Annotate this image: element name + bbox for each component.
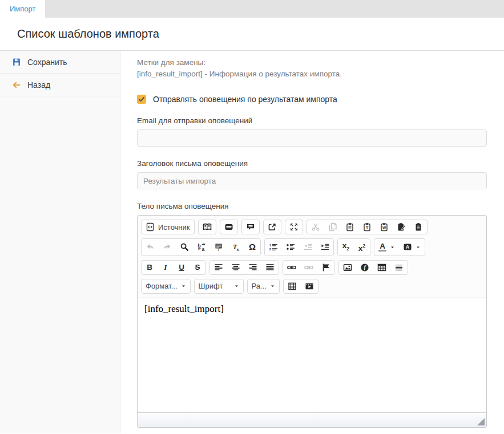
size-dropdown[interactable]: Ра... [248,279,279,293]
video-button[interactable] [301,279,318,293]
align-left-icon [214,263,223,272]
subscript-button[interactable]: x2 [338,239,354,255]
font-dropdown-label: Шрифт [199,282,223,290]
table-icon [377,263,386,272]
editor-content-area[interactable]: [info_result_import] [138,298,486,412]
video-icon [305,282,314,291]
align-center-button[interactable] [227,261,244,274]
sidebar-item-back[interactable]: Назад [0,74,120,96]
hr-icon [394,263,404,272]
bold-button[interactable]: B [142,261,158,274]
copy-icon [328,222,337,232]
replace-tags-hint-line: [info_result_import] - Информация о резу… [137,68,487,80]
email-input[interactable] [137,129,487,147]
subject-input[interactable] [137,172,487,189]
superscript-button[interactable]: x2 [354,239,370,255]
font-dropdown[interactable]: Шрифт [195,279,243,293]
undo-button[interactable] [142,239,159,255]
outdent-button[interactable] [299,239,316,255]
replace-icon: ba [197,242,206,252]
strikethrough-button[interactable]: S [189,261,205,274]
hr-button[interactable] [390,261,408,274]
format-dropdown[interactable]: Формат... [142,279,190,293]
toolbar-group [283,279,318,294]
table-button[interactable] [373,261,390,274]
paste-word-button[interactable]: W [376,220,393,234]
tab-import[interactable]: Импорт [0,0,45,18]
svg-text:x: x [237,248,239,252]
page-title: Список шаблонов импорта [17,27,159,40]
remove-format-icon: Tx [231,242,240,252]
toolbar-group [263,220,281,234]
superscript-icon: x2 [358,241,366,253]
sidebar-item-save[interactable]: Сохранить [0,51,120,74]
svg-text:W: W [382,226,386,230]
templates-button[interactable] [199,220,216,234]
bold-icon: B [146,263,154,272]
save-icon [12,58,21,67]
special-char-button[interactable]: Ω [244,239,260,255]
unordered-list-icon [286,242,295,252]
paste-text-button[interactable]: T [358,220,376,234]
align-left-button[interactable] [210,261,227,274]
svg-text:A: A [406,245,410,250]
find-button[interactable] [176,239,193,255]
paste-button[interactable] [341,220,358,234]
paste-edit-button[interactable] [393,220,410,234]
align-right-button[interactable] [244,261,261,274]
maximize-button[interactable] [285,220,303,234]
underline-button[interactable]: U [174,261,189,274]
unlink-button[interactable] [300,261,317,274]
italic-button[interactable]: I [158,261,174,274]
replace-button[interactable]: ba [193,239,210,255]
body-field-label: Тело письма оповещения [137,202,487,210]
select-all-button[interactable]: T [210,239,227,255]
source-button[interactable]: Источник [142,220,194,234]
back-arrow-icon [12,80,21,90]
image-button[interactable] [339,261,356,274]
subject-field-label: Заголовок письма оповещения [137,159,487,168]
toolbar-group [283,260,335,275]
email-field-label: Email для отправки оповещений [137,116,487,125]
toolbar-group [220,220,238,234]
toolbar-row: Формат...ШрифтРа... [141,279,483,294]
svg-text:2: 2 [269,248,272,251]
film-button[interactable] [284,279,301,293]
open-window-button[interactable] [264,220,281,234]
link-icon [287,263,296,272]
unordered-list-button[interactable] [282,239,299,255]
layout: Сохранить Назад Метки для замены: [info_… [0,51,504,433]
toolbar-group: Источник [141,220,195,234]
cut-button[interactable] [307,220,324,234]
ordered-list-button[interactable]: 12 [265,239,282,255]
size-dropdown-label: Ра... [252,282,267,290]
newpage-button[interactable] [220,220,237,234]
select-all-icon: T [214,242,223,252]
toolbar-group [198,220,216,234]
resize-grip[interactable] [477,418,485,425]
align-justify-button[interactable] [261,261,279,274]
copy-button[interactable] [324,220,341,234]
rich-text-editor: ИсточникTWbaTTxΩ12x2x2AABIUSfФормат...Шр… [137,215,487,428]
caret-down-icon [416,245,421,250]
editor-toolbar: ИсточникTWbaTTxΩ12x2x2AABIUSfФормат...Шр… [138,216,486,298]
indent-button[interactable] [316,239,333,255]
sidebar-item-save-label: Сохранить [27,58,67,67]
toolbar-group: x2x2 [337,238,370,256]
flash-button[interactable]: f [356,261,373,274]
remove-format-button[interactable]: Tx [227,239,244,255]
toolbar-group: BIUS [141,260,206,275]
comment-icon [246,222,255,232]
tab-import-label: Импорт [10,5,35,13]
image-icon [343,263,352,272]
preview-button[interactable] [242,220,259,234]
anchor-button[interactable] [317,261,334,274]
clipboard-button[interactable] [410,220,427,234]
text-color-button[interactable]: A [374,239,399,255]
bg-color-button[interactable]: A [399,239,425,255]
subscript-icon: x2 [342,241,350,253]
notify-checkbox[interactable] [137,95,146,104]
redo-button[interactable] [159,239,176,255]
strikethrough-icon: S [193,263,201,272]
link-button[interactable] [283,261,300,274]
